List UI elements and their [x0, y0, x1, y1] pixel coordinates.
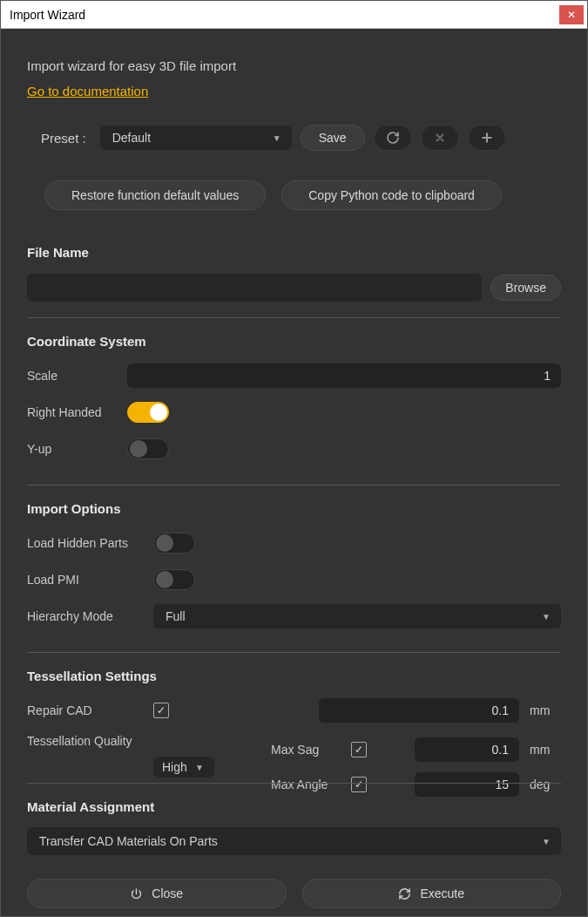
load-pmi-toggle[interactable]	[153, 569, 195, 590]
plus-icon	[481, 132, 493, 144]
titlebar: Import Wizard ✕	[1, 1, 587, 29]
max-angle-checkbox[interactable]: ✓	[351, 777, 367, 792]
restore-defaults-button[interactable]: Restore function default values	[44, 180, 266, 210]
max-sag-unit: mm	[530, 743, 561, 757]
copy-python-button[interactable]: Copy Python code to clipboard	[281, 180, 502, 210]
repair-cad-value-input[interactable]	[319, 698, 519, 723]
dialog-content: Import wizard for easy 3D file import Go…	[1, 29, 587, 916]
refresh-preset-button[interactable]	[374, 125, 412, 151]
intro-text: Import wizard for easy 3D file import	[27, 58, 561, 73]
window-title: Import Wizard	[10, 8, 85, 22]
tessellation-quality-select[interactable]: High ▼	[153, 757, 214, 778]
file-name-input[interactable]	[27, 274, 482, 302]
repair-cad-checkbox[interactable]: ✓	[153, 703, 169, 718]
yup-label: Y-up	[27, 442, 127, 456]
load-hidden-toggle[interactable]	[153, 533, 195, 554]
execute-button[interactable]: Execute	[302, 879, 562, 908]
load-pmi-label: Load PMI	[27, 573, 153, 587]
repair-cad-unit: mm	[530, 703, 561, 717]
window-close-button[interactable]: ✕	[559, 5, 584, 24]
file-name-section-title: File Name	[27, 245, 561, 260]
documentation-link[interactable]: Go to documentation	[27, 84, 561, 98]
yup-toggle[interactable]	[127, 438, 169, 459]
hierarchy-mode-label: Hierarchy Mode	[27, 609, 153, 623]
right-handed-label: Right Handed	[27, 405, 127, 419]
chevron-down-icon: ▼	[542, 612, 551, 622]
preset-label: Preset :	[41, 131, 86, 146]
refresh-icon	[386, 131, 400, 145]
delete-preset-button[interactable]	[421, 125, 459, 151]
scale-label: Scale	[27, 369, 127, 383]
tessellation-quality-label: Tessellation Quality	[27, 734, 245, 748]
preset-select[interactable]: Default ▼	[100, 126, 292, 150]
refresh-icon	[398, 887, 411, 900]
material-section-title: Material Assignment	[27, 799, 561, 814]
scale-input[interactable]	[127, 363, 561, 388]
max-sag-input[interactable]	[415, 737, 519, 762]
load-hidden-label: Load Hidden Parts	[27, 536, 153, 550]
max-angle-label: Max Angle	[271, 778, 341, 791]
chevron-down-icon: ▼	[195, 763, 204, 772]
max-angle-unit: deg	[530, 778, 561, 791]
right-handed-toggle[interactable]	[127, 402, 169, 423]
add-preset-button[interactable]	[468, 125, 506, 151]
chevron-down-icon: ▼	[273, 133, 281, 143]
repair-cad-label: Repair CAD	[27, 703, 153, 717]
save-preset-button[interactable]: Save	[301, 125, 365, 151]
max-sag-label: Max Sag	[271, 743, 341, 757]
import-options-section-title: Import Options	[27, 501, 561, 516]
close-icon: ✕	[567, 9, 576, 21]
max-sag-checkbox[interactable]: ✓	[351, 742, 367, 757]
close-button[interactable]: Close	[27, 879, 287, 908]
material-assignment-select[interactable]: Transfer CAD Materials On Parts ▼	[27, 827, 561, 855]
tessellation-section-title: Tessellation Settings	[27, 669, 561, 683]
power-icon	[130, 887, 143, 900]
coordinate-section-title: Coordinate System	[27, 334, 561, 349]
hierarchy-mode-select[interactable]: Full ▼	[153, 604, 561, 628]
max-angle-input[interactable]	[415, 772, 519, 797]
preset-value: Default	[112, 131, 151, 145]
delete-icon	[434, 132, 446, 144]
chevron-down-icon: ▼	[542, 837, 551, 846]
browse-button[interactable]: Browse	[490, 275, 561, 301]
